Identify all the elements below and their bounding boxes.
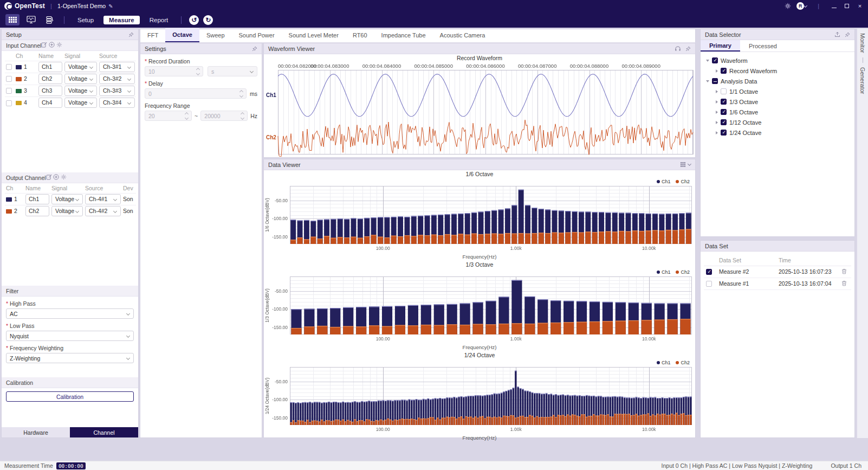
expand-icon[interactable] (716, 131, 718, 134)
row-checkbox[interactable] (6, 64, 12, 70)
octave-1-24-chart[interactable] (264, 365, 695, 434)
octave-1-6-chart[interactable] (264, 184, 695, 253)
signal-select[interactable]: Voltage (64, 74, 97, 84)
tab-sweep[interactable]: Sweep (199, 28, 232, 42)
row-checkbox[interactable] (6, 76, 12, 82)
undo-button[interactable]: ↺ (189, 15, 199, 25)
tree-item-analysis-data[interactable]: Analysis Data (703, 76, 852, 86)
avatar[interactable]: R (796, 2, 804, 10)
expand-icon[interactable] (706, 80, 709, 82)
export-icon[interactable] (834, 31, 840, 37)
data-set-row[interactable]: Measure #2 2025-10-13 16:07:23 (704, 266, 851, 278)
record-duration-unit-select[interactable]: s (208, 66, 257, 76)
tree-checkbox[interactable] (721, 99, 727, 105)
calibration-button[interactable]: Calibration (6, 391, 134, 402)
data-set-row[interactable]: Measure #1 2025-10-13 16:07:04 (704, 278, 851, 289)
tree-checkbox[interactable] (721, 130, 727, 136)
tab-acoustic-camera[interactable]: Acoustic Camera (433, 28, 493, 42)
frequency-min-input[interactable]: 20 (145, 111, 192, 121)
channel-name-input[interactable]: Ch3 (38, 86, 62, 96)
nav-tab-setup[interactable]: Setup (72, 16, 99, 24)
edit-table-icon[interactable] (41, 42, 47, 48)
dock-tab-generator[interactable]: Generator (859, 67, 866, 94)
frequency-max-input[interactable]: 20000 (200, 111, 248, 121)
row-checkbox[interactable] (6, 100, 12, 106)
tab-processed[interactable]: Processed (740, 40, 786, 51)
expand-icon[interactable] (716, 111, 718, 114)
layout-grid-icon[interactable] (680, 162, 686, 168)
channel-name-input[interactable]: Ch1 (25, 194, 49, 204)
expand-icon[interactable] (706, 60, 709, 62)
segment-channel[interactable]: Channel (70, 427, 138, 437)
monitor-scope-button[interactable] (24, 14, 38, 25)
tab-sound-level-meter[interactable]: Sound Level Meter (282, 28, 346, 42)
row-checkbox[interactable] (706, 269, 712, 275)
spinner-icon[interactable] (185, 113, 188, 119)
signal-select[interactable]: Voltage (51, 194, 83, 204)
signal-select[interactable]: Voltage (64, 98, 97, 108)
channel-name-input[interactable]: Ch1 (38, 62, 62, 72)
pin-icon[interactable] (128, 32, 134, 37)
source-select[interactable]: Ch-4#1 (85, 194, 121, 204)
maximize-button[interactable] (843, 3, 851, 9)
spinner-icon[interactable] (240, 91, 243, 97)
tab-fft[interactable]: FFT (140, 28, 165, 42)
channel-name-input[interactable]: Ch2 (38, 74, 62, 84)
add-channel-icon[interactable] (49, 42, 55, 48)
low-pass-select[interactable]: Nyquist (6, 331, 134, 341)
settings-gear-icon[interactable] (785, 3, 791, 9)
channel-settings-gear-icon[interactable] (61, 174, 67, 180)
tree-checkbox[interactable] (721, 68, 727, 74)
tree-checkbox[interactable] (712, 78, 718, 84)
signal-select[interactable]: Voltage (64, 86, 97, 96)
minimize-button[interactable] (830, 3, 838, 9)
expand-icon[interactable] (716, 121, 718, 124)
channel-name-input[interactable]: Ch2 (25, 206, 49, 216)
dock-tab-monitor[interactable]: Monitor (859, 33, 866, 53)
tree-item-1-1-octave[interactable]: 1/1 Octave (703, 86, 852, 96)
batch-sequence-button[interactable] (42, 14, 56, 25)
row-checkbox[interactable] (706, 281, 712, 287)
tree-checkbox[interactable] (721, 88, 727, 94)
segment-hardware[interactable]: Hardware (2, 427, 70, 437)
close-button[interactable]: × (856, 3, 864, 9)
listen-headphones-icon[interactable] (675, 46, 681, 51)
tree-checkbox[interactable] (721, 119, 727, 125)
source-select[interactable]: Ch-4#2 (85, 206, 121, 216)
expand-icon[interactable] (716, 100, 718, 104)
high-pass-select[interactable]: AC (6, 308, 134, 319)
chevron-down-icon[interactable] (688, 162, 691, 166)
octave-1-3-chart[interactable] (264, 275, 695, 343)
pin-icon[interactable] (685, 46, 691, 51)
frequency-weighting-select[interactable]: Z-Weighting (6, 353, 134, 363)
pin-icon[interactable] (845, 32, 850, 37)
signal-select[interactable]: Voltage (64, 62, 97, 72)
tree-item-1-24-octave[interactable]: 1/24 Octave (703, 127, 852, 138)
source-select[interactable]: Ch-3#3 (99, 86, 135, 96)
tab-impedance-tube[interactable]: Impedance Tube (374, 28, 433, 42)
spinner-icon[interactable] (241, 113, 244, 119)
edit-table-icon[interactable] (46, 174, 52, 180)
nav-tab-report[interactable]: Report (144, 16, 174, 24)
tree-item-waveform[interactable]: Waveform (703, 55, 852, 66)
tab-primary[interactable]: Primary (701, 40, 740, 51)
user-menu[interactable]: R (796, 2, 807, 10)
pin-icon[interactable] (252, 46, 257, 51)
channel-settings-gear-icon[interactable] (56, 42, 62, 48)
tab-sound-power[interactable]: Sound Power (232, 28, 282, 42)
tab-rt60[interactable]: RT60 (346, 28, 374, 42)
redo-button[interactable]: ↻ (203, 15, 213, 25)
expand-icon[interactable] (716, 90, 718, 93)
tree-item-record-waveform[interactable]: Record Waveform (703, 66, 852, 76)
add-channel-icon[interactable] (53, 174, 59, 180)
tab-octave[interactable]: Octave (165, 28, 199, 42)
channel-name-input[interactable]: Ch4 (38, 98, 62, 108)
expand-icon[interactable] (716, 69, 718, 73)
tree-item-1-12-octave[interactable]: 1/12 Octave (703, 117, 852, 127)
spinner-icon[interactable] (197, 68, 199, 75)
tree-item-1-6-octave[interactable]: 1/6 Octave (703, 107, 852, 117)
source-select[interactable]: Ch-3#2 (99, 74, 135, 84)
nav-tab-measure[interactable]: Measure (103, 16, 140, 24)
record-waveform-chart[interactable] (264, 62, 695, 157)
rename-icon[interactable]: ✎ (108, 3, 113, 9)
